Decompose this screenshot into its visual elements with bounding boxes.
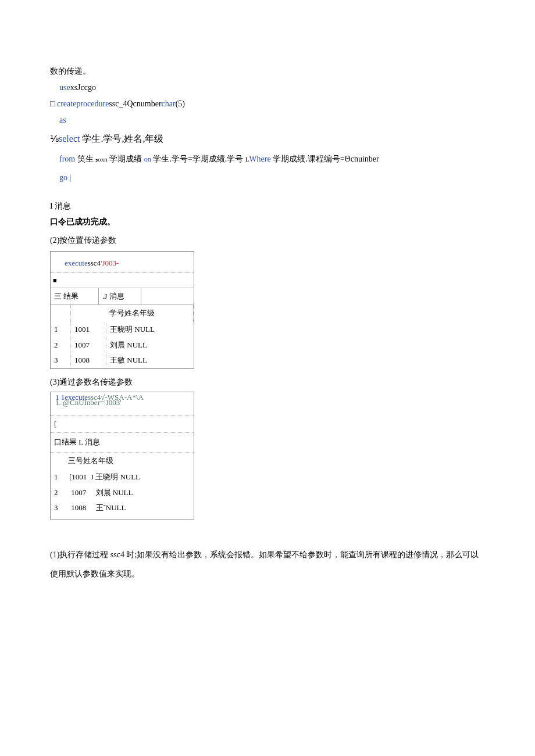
bracket-line: [ [51, 416, 194, 433]
code-line-select: ⅟₈select 学生.学号,姓名,年级 [50, 128, 485, 149]
table-row: 1 [1001 J 王晓明 NULL [51, 470, 194, 485]
table-row: 2 1007 刘晨 NULL [51, 338, 194, 353]
tab-messages[interactable]: .J 消息 [99, 288, 141, 305]
black-square-icon: ■ [51, 273, 194, 288]
result-box-2: 1 1executessc4√-WSA-A*\A 1. @CnUInber='J… [50, 392, 194, 519]
code-line-from: from 笑生 ₃oxn 学期成绩 on 学生.学号=学期成绩.学号 LWher… [50, 149, 485, 170]
result-table-1: 学号姓名年级 1 1001 王晓明 NULL 2 1007 刘晨 NULL 3 … [51, 305, 194, 368]
section-2-heading: (2)按位置传递参数 [50, 233, 485, 249]
section-3-heading: (3)通过参数名传递参数 [50, 375, 485, 390]
table-row: 1 1001 王晓明 NULL [51, 322, 194, 338]
code-line-create: □ createproceduressc_4Qcnumberchar(5) [50, 96, 485, 112]
result-tabs-2: 口结果 L 消息 [51, 433, 194, 453]
sql-exec-1: executessc4'J003- [51, 252, 194, 272]
code-line-as: as [50, 112, 485, 128]
table-row: 2 1007 刘晨 NULL [51, 485, 194, 501]
col-header: 学号姓名年级 [71, 305, 194, 322]
document-page: 数的传递。 usexsJccgo □ createproceduressc_4Q… [0, 0, 535, 607]
result-tabs: 三 结果 .J 消息 [51, 288, 194, 306]
paragraph-1: (1)执行存储过程 ssc4 时;如果没有给出参数，系统会报错。如果希望不给参数… [50, 545, 485, 584]
code-line-go: go | [50, 170, 485, 186]
code-line-use: usexsJccgo [50, 80, 485, 96]
col-header-2: 三号姓名年级 [51, 453, 194, 470]
result-box-1: executessc4'J003- ■ 三 结果 .J 消息 学号姓名年级 1 … [50, 251, 194, 369]
success-message: 口令已成功完成。 [50, 214, 485, 230]
sql-exec-2: 1 1executessc4√-WSA-A*\A 1. @CnUInber='J… [51, 392, 194, 416]
intro-text: 数的传递。 [50, 64, 485, 80]
table-row: 3 1008 王ˆNULL [51, 500, 194, 519]
message-label: I 消息 [50, 199, 485, 214]
tab-results[interactable]: 三 结果 [51, 288, 99, 305]
table-row: 3 1008 王敏 NULL [51, 353, 194, 368]
